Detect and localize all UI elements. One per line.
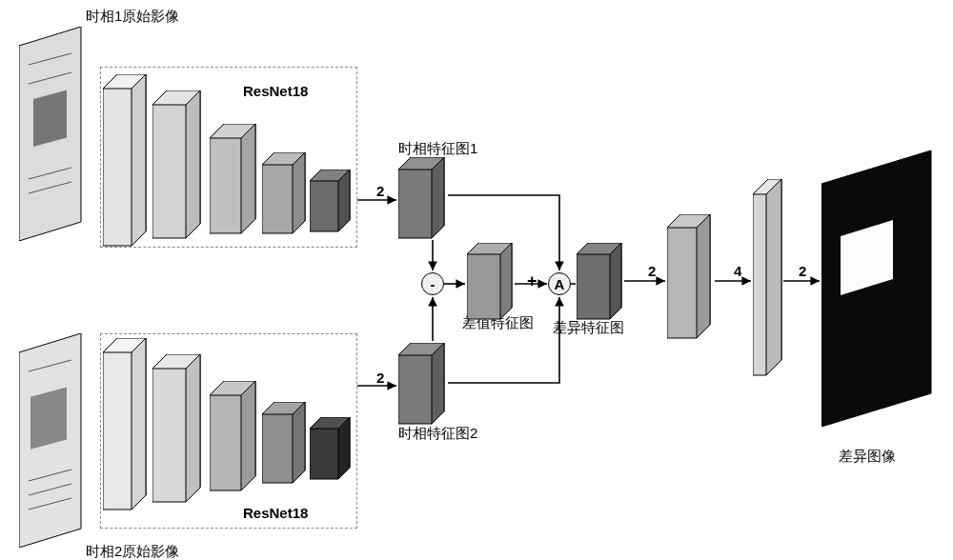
svg-marker-44 bbox=[432, 157, 444, 238]
svg-marker-38 bbox=[293, 402, 305, 483]
svg-marker-20 bbox=[241, 124, 255, 233]
svg-marker-14 bbox=[132, 74, 146, 246]
svg-marker-59 bbox=[766, 179, 781, 375]
resnet2-stage5 bbox=[310, 417, 355, 488]
upsample-num-5: 2 bbox=[799, 263, 806, 279]
resnet2-stage3 bbox=[210, 381, 262, 499]
svg-marker-47 bbox=[432, 343, 444, 424]
upsample-num-3: 2 bbox=[648, 263, 656, 279]
minus-op: - bbox=[421, 272, 444, 295]
svg-marker-41 bbox=[338, 417, 350, 479]
label-output: 差异图像 bbox=[839, 448, 896, 466]
decoder-block-2 bbox=[753, 179, 791, 383]
diff-feat-block bbox=[467, 243, 519, 328]
svg-marker-53 bbox=[610, 243, 621, 319]
resnet2-stage1 bbox=[103, 338, 155, 518]
resnet1-stage4 bbox=[262, 152, 310, 242]
svg-rect-3 bbox=[33, 90, 67, 147]
output-panel bbox=[821, 150, 945, 430]
plus-op: + bbox=[527, 271, 537, 291]
label-feat1: 时相特征图1 bbox=[398, 140, 477, 158]
svg-marker-17 bbox=[186, 90, 200, 238]
input-image-1 bbox=[19, 27, 105, 245]
svg-rect-8 bbox=[30, 388, 67, 450]
svg-marker-35 bbox=[241, 381, 255, 490]
feat1-block bbox=[398, 157, 451, 247]
svg-marker-50 bbox=[500, 243, 512, 319]
resnet1-stage5 bbox=[310, 170, 355, 240]
resnet1-stage1 bbox=[103, 74, 155, 254]
svg-marker-23 bbox=[293, 152, 305, 233]
upsample-num-2: 2 bbox=[376, 370, 384, 386]
feat2-block bbox=[398, 343, 451, 432]
attn-op: A bbox=[548, 272, 571, 295]
var-feat-block bbox=[577, 243, 629, 328]
resnet1-stage3 bbox=[210, 124, 262, 242]
upsample-num-4: 4 bbox=[734, 263, 741, 279]
svg-marker-32 bbox=[186, 354, 200, 502]
resnet2-stage2 bbox=[152, 354, 205, 510]
svg-marker-29 bbox=[132, 338, 146, 510]
label-input1: 时相1原始影像 bbox=[86, 8, 179, 26]
resnet2-stage4 bbox=[262, 402, 310, 491]
svg-marker-26 bbox=[338, 170, 350, 231]
upsample-num-1: 2 bbox=[376, 183, 384, 199]
svg-marker-56 bbox=[697, 214, 710, 338]
input-image-2 bbox=[19, 333, 105, 551]
svg-marker-60 bbox=[821, 150, 931, 427]
resnet1-stage2 bbox=[152, 90, 205, 247]
decoder-block-1 bbox=[667, 214, 720, 347]
